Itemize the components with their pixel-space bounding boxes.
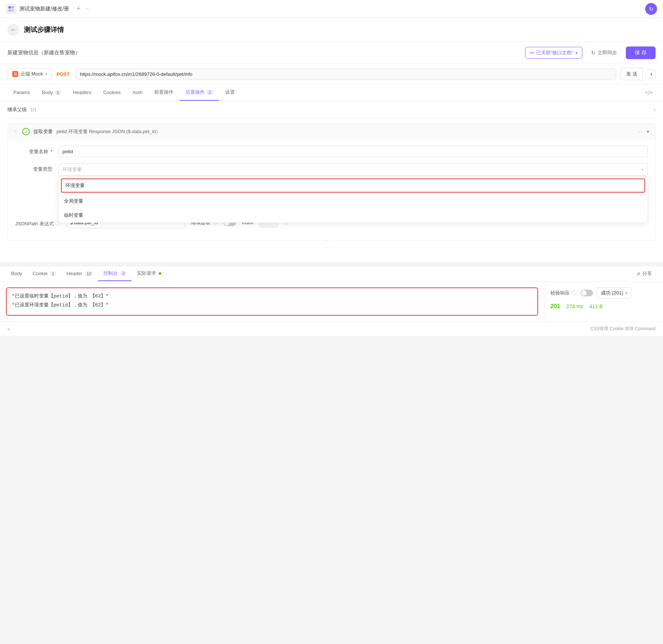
- more-menu-button[interactable]: ···: [85, 6, 90, 12]
- collapse-sidebar-button[interactable]: «: [7, 326, 10, 332]
- variable-name-input[interactable]: [58, 146, 648, 157]
- code-view-button[interactable]: </>: [642, 85, 656, 100]
- variable-type-select-inner[interactable]: 环境变量 ▾: [58, 163, 648, 176]
- body-badge: 3: [54, 90, 61, 95]
- tab-response-body[interactable]: Body: [6, 267, 28, 281]
- card-more-button[interactable]: ···: [638, 129, 643, 135]
- bottom-panel: Body Cookie 1 Header 12 控制台 2 实际请求 ⇗ 分享 …: [0, 265, 663, 322]
- env-icon: 云: [12, 71, 18, 77]
- active-dot-icon: [159, 272, 161, 275]
- url-bar: 云 云端 Mock ▾ POST 发 送 ▾: [0, 64, 663, 84]
- card-collapse-button[interactable]: ▾: [647, 129, 649, 135]
- svg-rect-0: [9, 6, 11, 8]
- sync-label: 立即同步: [598, 49, 617, 56]
- log-line-2: "已设置环境变量【petid】，值为 【62】": [12, 302, 532, 308]
- page-title: 测试步骤详情: [24, 25, 64, 34]
- tab-actual-request[interactable]: 实际请求: [132, 266, 166, 281]
- share-label: 分享: [642, 270, 652, 277]
- validation-help-icon[interactable]: ⓘ: [572, 290, 577, 296]
- tab-settings[interactable]: 设置: [219, 84, 241, 101]
- url-input[interactable]: [76, 69, 616, 80]
- chevron-down-icon: ▾: [576, 51, 578, 55]
- tab-response-cookie[interactable]: Cookie 1: [28, 267, 61, 281]
- dropdown-item-env[interactable]: 环境变量: [61, 178, 645, 193]
- environment-select[interactable]: 云 云端 Mock ▾: [7, 68, 52, 80]
- variable-type-row: 变量类型 环境变量 ▾ 环境变量 全局变量: [15, 163, 648, 176]
- http-method-badge: POST: [56, 71, 71, 77]
- bottom-content: "已设置临时变量【petid】，值为 【62】" "已设置环境变量【petid】…: [0, 281, 663, 322]
- send-dropdown-button[interactable]: ▾: [647, 69, 656, 79]
- dropdown-item-global[interactable]: 全局变量: [59, 194, 647, 208]
- tab-cookies[interactable]: Cookies: [97, 85, 127, 100]
- save-button[interactable]: 保 存: [626, 46, 656, 59]
- tab-response-header[interactable]: Header 12: [61, 267, 98, 281]
- inherit-row: 继承父级 1/1 ›: [7, 101, 656, 119]
- share-icon: ⇗: [636, 271, 640, 277]
- response-status-area: 校验响应 ⓘ 成功 (201) ▾ 201 274 ms 411 B: [544, 281, 663, 322]
- action-bar: 新建宠物信息（新建在售宠物） ⚯ 已关联"接口文档" ▾ ↻ 立即同步 保 存: [0, 42, 663, 64]
- variable-type-label: 变量类型: [15, 163, 52, 173]
- extract-variable-card: ⠿ ✓ 提取变量 petid 环境变量 Response JSON ($.dat…: [7, 123, 656, 241]
- log-line-1: "已设置临时变量【petid】，值为 【62】": [12, 293, 532, 299]
- tab-auth[interactable]: Auth: [127, 85, 149, 100]
- validation-toggle[interactable]: [580, 290, 593, 296]
- footer-info: CSS管理 Cookie 管理 Command: [16, 326, 656, 332]
- share-button[interactable]: ⇗ 分享: [631, 267, 657, 281]
- refresh-icon: ↻: [649, 6, 653, 12]
- log-box: "已设置临时变量【petid】，值为 【62】" "已设置环境变量【petid】…: [6, 287, 538, 316]
- inherit-count: 1/1: [30, 107, 37, 112]
- tab-params[interactable]: Params: [7, 85, 36, 100]
- required-indicator: *: [51, 149, 52, 154]
- send-button[interactable]: 发 送: [621, 68, 643, 80]
- env-label: 云端 Mock: [20, 71, 43, 77]
- header-badge: 12: [85, 271, 93, 276]
- linked-doc-button[interactable]: ⚯ 已关联"接口文档" ▾: [525, 47, 582, 59]
- enabled-check-icon[interactable]: ✓: [22, 128, 30, 135]
- tab-console[interactable]: 控制台 2: [98, 266, 132, 281]
- variable-name-label: 变量名称 *: [15, 146, 52, 155]
- status-code: 201: [550, 303, 560, 310]
- response-tabs: Body Cookie 1 Header 12 控制台 2 实际请求 ⇗ 分享: [0, 266, 663, 281]
- tab-body[interactable]: Body3: [36, 85, 67, 100]
- top-bar: 测试宠物新建/修改/册 + ··· ↻: [0, 0, 663, 18]
- footer: « CSS管理 Cookie 管理 Command: [0, 322, 663, 336]
- more-items-indicator: ···: [7, 241, 656, 254]
- tab-post-ops[interactable]: 后置操作2: [180, 84, 219, 101]
- refresh-button[interactable]: ↻: [645, 3, 657, 15]
- variable-type-dropdown: 环境变量 全局变量 临时变量: [58, 177, 648, 223]
- chevron-down-icon: ▾: [45, 72, 47, 76]
- back-button[interactable]: ←: [7, 24, 19, 36]
- step-title: 新建宠物信息（新建在售宠物）: [7, 49, 521, 56]
- inherit-label: 继承父级 1/1: [7, 106, 654, 113]
- sync-icon: ↻: [591, 50, 595, 56]
- expand-inherit-icon[interactable]: ›: [654, 107, 656, 113]
- app-logo: 测试宠物新建/修改/册: [6, 4, 69, 14]
- app-title: 测试宠物新建/修改/册: [19, 6, 69, 12]
- cookie-badge: 1: [50, 271, 56, 276]
- tab-pre-ops[interactable]: 前置操作: [148, 84, 180, 101]
- new-tab-button[interactable]: +: [77, 5, 81, 13]
- content-area: 继承父级 1/1 › ⠿ ✓ 提取变量 petid 环境变量 Response …: [0, 101, 663, 262]
- validation-label: 校验响应 ⓘ: [550, 290, 577, 296]
- validation-result-select[interactable]: 成功 (201) ▾: [597, 287, 631, 299]
- back-icon: ←: [10, 26, 16, 33]
- request-tabs: Params Body3 Headers Cookies Auth 前置操作 后…: [0, 84, 663, 101]
- variable-type-placeholder: 环境变量: [62, 166, 82, 173]
- console-log-area: "已设置临时变量【petid】，值为 【62】" "已设置环境变量【petid】…: [0, 281, 544, 322]
- card-body: 变量名称 * 变量类型 环境变量 ▾ 环境变量: [8, 140, 655, 240]
- variable-type-select[interactable]: 环境变量 ▾ 环境变量 全局变量 临时变量: [58, 163, 648, 176]
- sync-button[interactable]: ↻ 立即同步: [587, 47, 621, 58]
- link-icon: ⚯: [530, 50, 534, 56]
- svg-rect-3: [12, 9, 14, 11]
- dropdown-item-temp[interactable]: 临时变量: [59, 208, 647, 222]
- card-header: ⠿ ✓ 提取变量 petid 环境变量 Response JSON ($.dat…: [8, 123, 655, 140]
- validation-row: 校验响应 ⓘ 成功 (201) ▾: [550, 287, 657, 299]
- logo-icon: [6, 4, 16, 14]
- collapse-icon: «: [7, 326, 10, 332]
- post-ops-badge: 2: [206, 90, 213, 95]
- tab-headers[interactable]: Headers: [67, 85, 97, 100]
- console-badge: 2: [120, 271, 126, 276]
- drag-handle-icon[interactable]: ⠿: [14, 129, 17, 134]
- response-status-row: 201 274 ms 411 B: [550, 303, 657, 310]
- card-summary: petid 环境变量 Response JSON ($.data.pet_id）: [56, 128, 635, 135]
